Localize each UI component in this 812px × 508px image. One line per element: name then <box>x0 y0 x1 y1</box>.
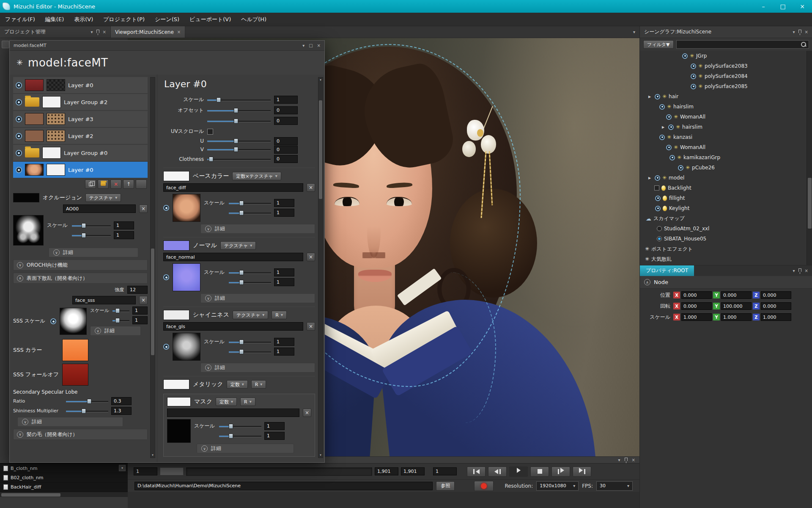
rotation-z-field[interactable] <box>761 302 791 310</box>
clothness-field[interactable] <box>274 155 298 163</box>
visibility-icon[interactable] <box>659 135 665 140</box>
scene-node-row[interactable]: StudioAtm_02_xxl <box>640 224 807 234</box>
normal-details-button[interactable]: ∨ 詳細 <box>200 293 315 303</box>
occlusion-texture-field[interactable] <box>63 204 136 213</box>
viewport-pin-icon[interactable] <box>625 458 628 461</box>
window-maximize-icon[interactable]: □ <box>309 44 313 48</box>
mask-channel-select[interactable]: R▾ <box>240 398 255 406</box>
visibility-icon[interactable] <box>659 104 665 110</box>
menu-file[interactable]: ファイル(F) <box>0 13 40 26</box>
maximize-button[interactable]: □ <box>773 0 793 13</box>
scene-node-row[interactable]: SIBATA_House05 <box>640 234 807 244</box>
visibility-icon[interactable] <box>691 74 696 79</box>
slider-thumb[interactable] <box>239 201 244 206</box>
scene-node-row[interactable]: ✳WomanAll <box>640 142 807 152</box>
visibility-icon[interactable] <box>666 114 672 120</box>
mask-scale-v-field[interactable] <box>264 432 285 440</box>
mask-details-button[interactable]: ∨ 詳細 <box>197 444 294 453</box>
visibility-icon[interactable] <box>16 150 22 156</box>
normal-scale-v-field[interactable] <box>274 278 294 286</box>
scroll-down-icon[interactable]: ▾ <box>318 453 323 458</box>
slider-thumb[interactable] <box>233 138 238 144</box>
panel-close-icon[interactable]: × <box>805 30 808 34</box>
slider-thumb[interactable] <box>229 424 233 429</box>
fps-select[interactable]: 30 ▾ <box>596 481 633 491</box>
minimize-button[interactable]: – <box>754 0 773 13</box>
visibility-icon[interactable] <box>655 196 661 201</box>
base-scale-v-slider[interactable] <box>229 210 271 216</box>
rotation-x-field[interactable] <box>681 302 712 310</box>
texture-list-item[interactable]: B_cloth_nm <box>0 464 128 473</box>
normal-texture-field[interactable] <box>163 253 303 261</box>
layer-mask-thumbnail[interactable] <box>47 113 65 125</box>
layers-scrollbar[interactable]: ▾ <box>150 77 155 458</box>
visibility-icon[interactable] <box>16 99 22 105</box>
clear-texture-button[interactable]: × <box>307 322 315 331</box>
shininess-texture-field[interactable] <box>163 322 303 331</box>
slider-thumb[interactable] <box>233 147 238 152</box>
pin-icon[interactable] <box>798 268 801 272</box>
visibility-icon[interactable] <box>16 116 22 122</box>
visibility-icon[interactable] <box>691 64 696 69</box>
scene-node-row[interactable]: fillight <box>640 193 807 203</box>
panel-menu-icon[interactable]: ▾ <box>793 30 795 34</box>
menu-edit[interactable]: 編集(E) <box>40 13 69 26</box>
sss-texture-field[interactable] <box>72 296 136 304</box>
expand-icon[interactable]: ▶ <box>648 95 653 99</box>
clear-texture-button[interactable]: × <box>139 296 148 304</box>
visibility-icon[interactable] <box>666 145 672 150</box>
layer-scale-slider[interactable] <box>207 97 271 103</box>
slider-thumb[interactable] <box>239 340 244 345</box>
play-button[interactable] <box>509 467 528 477</box>
ratio-field[interactable] <box>111 397 132 405</box>
shininess-scale-v-field[interactable] <box>274 348 294 356</box>
timeline-track[interactable] <box>186 467 372 476</box>
layer-thumbnail[interactable] <box>25 113 44 125</box>
shininess-multiplier-slider[interactable] <box>66 408 108 414</box>
normal-mode-select[interactable]: テクスチャ▾ <box>220 241 256 250</box>
move-layer-up-button[interactable]: ↑ <box>123 179 134 189</box>
scene-node-row[interactable]: ✳kanzasi <box>640 132 807 142</box>
layer-row[interactable]: Layer #3 <box>13 111 148 127</box>
visibility-icon[interactable] <box>668 124 674 130</box>
sss-details-button[interactable]: ∨ 詳細 <box>90 326 141 336</box>
menu-project[interactable]: プロジェクト(P) <box>98 13 150 26</box>
visibility-icon[interactable] <box>16 167 22 173</box>
layer-mask-thumbnail[interactable] <box>47 164 65 176</box>
base-details-button[interactable]: ∨ 詳細 <box>200 224 315 234</box>
offset-u-slider[interactable] <box>207 108 271 113</box>
scene-node-row[interactable]: Backlight <box>640 183 807 193</box>
node-section-header[interactable]: ∧ Node <box>640 276 812 289</box>
shininess-details-button[interactable]: ∨ 詳細 <box>200 363 315 373</box>
occlusion-color-swatch[interactable] <box>13 193 39 202</box>
step-forward-button[interactable] <box>551 467 570 477</box>
sss-scale-v-field[interactable] <box>132 316 148 324</box>
step-back-button[interactable] <box>488 467 507 477</box>
scene-path-field[interactable] <box>134 482 433 490</box>
scene-node-row[interactable]: ☁スカイマップ <box>640 213 807 224</box>
scrollbar-thumb[interactable] <box>808 178 812 229</box>
position-x-field[interactable] <box>681 291 712 299</box>
base-color-swatch[interactable] <box>163 171 189 181</box>
vertical-scrollbar[interactable] <box>807 51 812 265</box>
mask-texture-field[interactable] <box>167 409 299 417</box>
layer-mask-thumbnail[interactable] <box>47 130 65 142</box>
scroll-down-icon[interactable]: ▾ <box>151 453 155 458</box>
occlusion-texture-thumbnail[interactable] <box>13 215 44 246</box>
base-scale-v-field[interactable] <box>274 209 294 217</box>
visibility-icon[interactable] <box>50 318 56 324</box>
sss-scale-u-slider[interactable] <box>112 308 129 314</box>
slider-thumb[interactable] <box>87 399 92 404</box>
slider-thumb[interactable] <box>115 308 120 313</box>
slider-thumb[interactable] <box>115 318 120 323</box>
base-color-thumbnail[interactable] <box>173 194 200 222</box>
scene-node-row[interactable]: ✳polySurface2085 <box>640 81 807 91</box>
occlusion-scale-u-slider[interactable] <box>72 223 111 229</box>
skip-start-button[interactable] <box>467 467 486 477</box>
scene-node-row[interactable]: ✳JGrp <box>640 51 807 61</box>
radio-selected-icon[interactable] <box>657 236 662 241</box>
tab-list-icon[interactable]: ▾ <box>633 30 635 34</box>
mask-mode-select[interactable]: 定数▾ <box>216 398 237 406</box>
shininess-scale-v-slider[interactable] <box>229 349 271 355</box>
menu-view[interactable]: 表示(V) <box>69 13 98 26</box>
